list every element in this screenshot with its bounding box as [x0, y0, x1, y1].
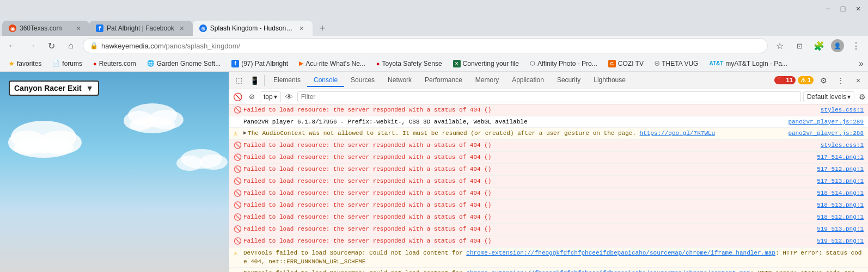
console-row: 🚫 Failed to load resource: the server re… — [229, 176, 868, 188]
url-bar[interactable]: 🔒 hawkeyemedia.com/panos/splash_kingdom/ — [83, 38, 768, 53]
bookmark-garden-gnome[interactable]: 🌐 Garden Gnome Soft... — [143, 59, 225, 69]
more-menu-icon[interactable]: ⋮ — [848, 38, 864, 53]
dt-tab-elements[interactable]: Elements — [267, 74, 307, 87]
bookmark-label-forums: forums — [62, 60, 82, 67]
console-source-link[interactable]: 519 513.png:1 — [812, 225, 864, 233]
browser-sync-icon[interactable]: ⊡ — [792, 38, 807, 53]
console-source-link[interactable]: 518 514.png:1 — [812, 189, 864, 197]
devtools-filter-bar: 🚫 ⊘ top ▾ 👁 Default levels ▾ ⚙ — [229, 89, 868, 104]
bookmark-icon-acurite: ▶ — [299, 60, 303, 67]
error-icon: 🚫 — [234, 225, 241, 234]
expand-arrow-icon[interactable]: ▶ — [243, 129, 247, 138]
bookmark-theta[interactable]: Θ THETA VUG — [650, 59, 702, 69]
bookmark-albright[interactable]: f (97) Pat Albright — [227, 59, 292, 69]
console-source-link[interactable]: styles.css:1 — [816, 106, 864, 114]
console-context-select[interactable]: top ▾ — [260, 91, 281, 102]
console-message: The AudioContext was not allowed to star… — [248, 129, 784, 138]
bookmark-label-theta: THETA VUG — [662, 60, 698, 67]
tab-facebook[interactable]: f Pat Albright | Facebook × — [89, 21, 193, 36]
bookmark-label-affinity: Affinity Photo - Pro... — [537, 60, 597, 67]
console-row: 🚫 Failed to load resource: the server re… — [229, 152, 868, 164]
dt-tab-lighthouse[interactable]: Lighthouse — [587, 74, 632, 87]
console-source-link[interactable]: 517 513.png:1 — [812, 177, 864, 186]
devtools-responsive-icon[interactable]: 📱 — [247, 73, 262, 88]
bookmark-cozi[interactable]: C COZI TV — [604, 59, 648, 69]
console-row: 🚫 Failed to load resource: the server re… — [229, 200, 868, 212]
devtools-close-icon[interactable]: × — [851, 73, 866, 88]
console-link[interactable]: https://goo.gl/7K7WLu — [640, 130, 716, 137]
back-button[interactable]: ← — [4, 38, 20, 53]
console-message: Failed to load resource: the server resp… — [243, 237, 812, 245]
dropdown-arrow-icon: ▼ — [86, 84, 94, 92]
console-clear-icon[interactable]: 🚫 — [231, 91, 243, 103]
bookmark-label-att: myAT&T Login - Pa... — [725, 60, 787, 67]
bookmark-label-favorites: favorites — [17, 60, 41, 67]
svg-point-10 — [176, 156, 203, 171]
console-source-link[interactable]: 518 513.png:1 — [812, 201, 864, 209]
dt-tab-sources[interactable]: Sources — [344, 74, 381, 87]
console-source-link[interactable]: 517 512.png:1 — [812, 165, 864, 174]
console-row: 🚫 Failed to load resource: the server re… — [229, 236, 868, 248]
bookmark-converting[interactable]: X Converting your file — [449, 59, 523, 69]
console-gear-icon[interactable]: ⚙ — [859, 92, 866, 101]
console-level-select[interactable]: Default levels ▾ — [803, 91, 854, 102]
console-source-link[interactable]: 518 512.png:1 — [812, 213, 864, 221]
bookmark-icon-cozi: C — [608, 60, 616, 67]
title-bar-controls: − □ × — [822, 3, 864, 14]
warning-icon: ⚠ — [234, 129, 241, 138]
tab-close-splash[interactable]: × — [297, 24, 306, 33]
devtools-settings-icon[interactable]: ⚙ — [816, 73, 831, 88]
console-block-icon[interactable]: ⊘ — [246, 91, 258, 103]
devtools-inspect-icon[interactable]: ⬚ — [231, 73, 247, 88]
pano-dropdown[interactable]: Canyon Racer Exit ▼ — [9, 81, 99, 96]
tab-360texas[interactable]: ◉ 360Texas.com × — [2, 21, 89, 36]
forward-button[interactable]: → — [24, 38, 39, 53]
new-tab-button[interactable]: + — [315, 21, 330, 36]
console-source-link[interactable]: styles.css:1 — [816, 141, 864, 150]
bookmarks-more-button[interactable]: » — [859, 59, 864, 69]
console-row: ⚠ DevTools failed to load SourceMap: Cou… — [229, 248, 868, 268]
sourcemap-link-2[interactable]: chrome-extension://fheoggkfdfchfphceeifd… — [466, 270, 750, 272]
error-icon: 🚫 — [234, 141, 241, 150]
bookmark-star-icon[interactable]: ☆ — [772, 38, 787, 53]
devtools-more-icon[interactable]: ⋮ — [833, 73, 848, 88]
tab-favicon-facebook: f — [96, 24, 103, 32]
address-bar-right: ☆ ⊡ 🧩 👤 ⋮ — [772, 38, 864, 53]
tab-close-facebook[interactable]: × — [178, 24, 186, 33]
bookmark-favorites[interactable]: ★ favorites — [4, 59, 46, 69]
console-source-link[interactable]: pano2vr_player.js:288 — [784, 129, 864, 138]
reload-button[interactable]: ↻ — [44, 38, 59, 53]
bookmark-icon-converting: X — [453, 60, 461, 67]
restore-button[interactable]: □ — [838, 3, 848, 14]
close-button[interactable]: × — [853, 3, 864, 14]
console-eye-icon[interactable]: 👁 — [285, 92, 293, 101]
dt-tab-memory[interactable]: Memory — [469, 74, 505, 87]
home-button[interactable]: ⌂ — [63, 38, 78, 53]
dt-tab-console[interactable]: Console — [307, 74, 344, 87]
tab-close-360texas[interactable]: × — [74, 24, 83, 33]
bookmark-acurite[interactable]: ▶ Acu-rite What's Ne... — [295, 59, 370, 69]
dt-tab-security[interactable]: Security — [551, 74, 587, 87]
dt-tab-application[interactable]: Application — [505, 74, 551, 87]
bookmark-reuters[interactable]: ● Reuters.com — [89, 59, 140, 69]
console-row: 🚫 Failed to load resource: the server re… — [229, 104, 868, 116]
bookmark-affinity[interactable]: ⬡ Affinity Photo - Pro... — [525, 59, 602, 69]
tab-splash[interactable]: ⊕ Splash Kingdom - Hudson Oaks × — [193, 21, 313, 36]
bookmark-toyota[interactable]: ● Toyota Safety Sense — [372, 59, 447, 69]
console-source-link[interactable]: pano2vr_player.js:289 — [784, 118, 864, 126]
minimize-button[interactable]: − — [822, 3, 833, 14]
warning-icon: ⚠ — [234, 249, 241, 258]
bookmark-icon-forums: 📄 — [52, 60, 60, 67]
dt-tab-network[interactable]: Network — [381, 74, 418, 87]
console-source-link[interactable]: 519 512.png:1 — [812, 237, 864, 245]
extensions-icon[interactable]: 🧩 — [811, 38, 827, 53]
console-source-link[interactable]: 517 514.png:1 — [812, 153, 864, 162]
url-text: hawkeyemedia.com/panos/splash_kingdom/ — [101, 42, 761, 50]
sourcemap-link-1[interactable]: chrome-extension://fheoggkfdfchfphceeifd… — [466, 250, 775, 256]
avatar-icon[interactable]: 👤 — [831, 39, 844, 52]
dt-tab-performance[interactable]: Performance — [418, 74, 469, 87]
bookmark-forums[interactable]: 📄 forums — [48, 59, 87, 69]
bookmark-att[interactable]: AT&T myAT&T Login - Pa... — [705, 59, 792, 69]
console-filter-input[interactable] — [297, 91, 801, 102]
error-icon: 🚫 — [234, 213, 241, 222]
